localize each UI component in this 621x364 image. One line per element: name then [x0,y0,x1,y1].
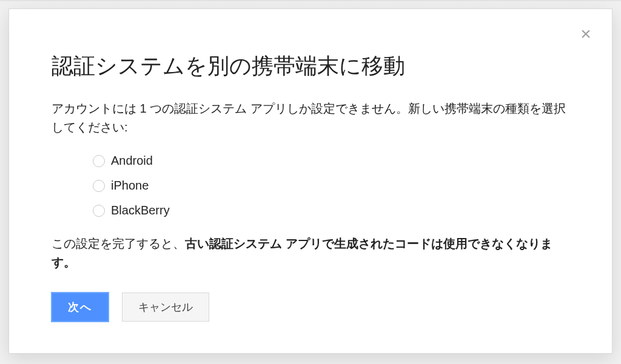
dialog-title: 認証システムを別の携帯端末に移動 [52,51,569,81]
device-type-radio-group: Android iPhone BlackBerry [93,154,569,217]
radio-icon [93,180,105,192]
dialog-description: アカウントには 1 つの認証システム アプリしか設定できません。新しい携帯端末の… [52,99,569,137]
close-icon[interactable]: × [577,25,595,43]
radio-label: BlackBerry [111,204,170,217]
radio-label: iPhone [111,179,149,193]
cancel-button[interactable]: キャンセル [122,293,209,322]
radio-icon [93,155,105,167]
warning-prefix: この設定を完了すると、 [52,237,185,250]
top-shadow-bar [0,0,621,4]
radio-option-android[interactable]: Android [93,154,569,168]
radio-icon [93,205,105,217]
dialog-button-row: 次へ キャンセル [52,293,569,322]
next-button[interactable]: 次へ [52,293,109,322]
radio-option-iphone[interactable]: iPhone [93,179,569,193]
move-authenticator-dialog: × 認証システムを別の携帯端末に移動 アカウントには 1 つの認証システム アプ… [8,8,613,354]
radio-label: Android [111,154,153,168]
radio-option-blackberry[interactable]: BlackBerry [93,204,569,217]
warning-text: この設定を完了すると、古い認証システム アプリで生成されたコードは使用できなくな… [52,234,569,272]
